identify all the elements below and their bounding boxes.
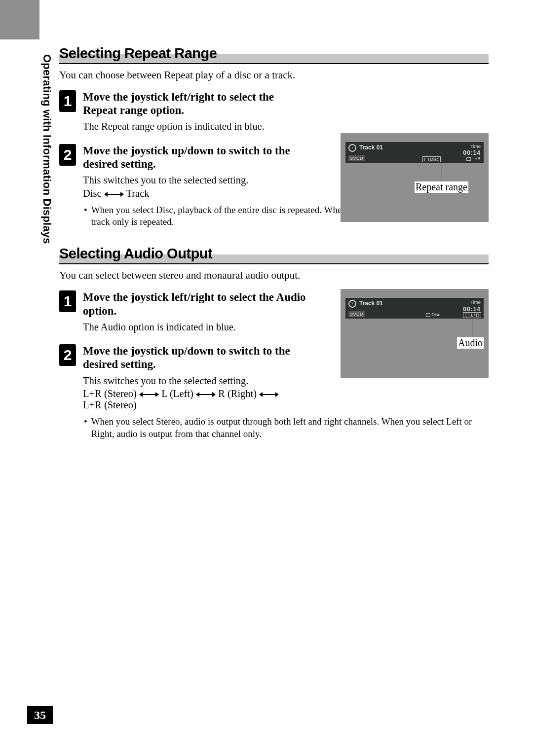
step-number: 1 [59, 290, 76, 312]
osd-track-name: Track 01 [359, 144, 383, 151]
section-heading-wrap: Selecting Audio Output [59, 246, 489, 264]
section-intro: You can select between stereo and monaur… [59, 269, 489, 282]
step-number: 2 [59, 344, 76, 366]
callout-label-audio: Audio [457, 337, 484, 349]
step-desc: This switches you to the selected settin… [83, 374, 310, 388]
repeat-icon [426, 313, 430, 317]
chapter-side-label: Operating with Information Displays [40, 54, 53, 244]
step-1: 1 Move the joystick left/right to select… [59, 90, 489, 133]
osd-time: Time00:14 [463, 144, 481, 157]
step-title: Move the joystick up/down to switch to t… [83, 344, 310, 371]
section-heading-audio: Selecting Audio Output [59, 246, 489, 264]
section-intro: You can choose between Repeat play of a … [59, 69, 489, 81]
step-desc: This switches you to the selected settin… [83, 174, 310, 187]
disc-icon [348, 144, 356, 152]
double-arrow-icon [259, 392, 279, 397]
page-number: 35 [27, 706, 53, 724]
osd-disc-type: SVCD [348, 155, 365, 161]
disc-icon [348, 300, 356, 308]
cycle-options: Disc Track [83, 188, 310, 199]
page-corner-tab [0, 0, 39, 39]
osd-time: Time00:14 [463, 299, 481, 313]
step-desc: The Repeat range option is indicated in … [83, 120, 310, 133]
osd-repeat-field: Disc [423, 157, 441, 162]
step-title: Move the joystick up/down to switch to t… [83, 144, 310, 171]
step-number: 1 [59, 90, 76, 112]
cycle-options: L+R (Stereo) L (Left) R (Right) L+R (Ste… [83, 388, 310, 411]
section-heading-wrap: Selecting Repeat Range [59, 45, 489, 64]
double-arrow-icon [104, 191, 124, 197]
double-arrow-icon [139, 392, 159, 397]
osd-bar: Track 01 SVCD Disc L+R Time00:14 [345, 142, 484, 163]
note-bullet: • When you select Stereo, audio is outpu… [59, 416, 489, 440]
section-heading-repeat: Selecting Repeat Range [59, 45, 489, 64]
step-number: 2 [59, 144, 76, 166]
callout-line [472, 318, 472, 337]
illustration-audio: Track 01 SVCD Disc L+R Time00:14 Audio [341, 289, 489, 378]
speaker-icon [465, 314, 469, 317]
repeat-icon [424, 158, 429, 161]
callout-line [442, 162, 442, 181]
step-title: Move the joystick left/right to select t… [83, 90, 310, 117]
step-desc: The Audio option is indicated in blue. [83, 321, 310, 334]
callout-label-repeat: Repeat range [415, 181, 468, 193]
illustration-repeat-range: Track 01 SVCD Disc L+R Time00:14 Repeat … [341, 133, 489, 222]
osd-bar: Track 01 SVCD Disc L+R Time00:14 [345, 298, 484, 319]
osd-repeat-field: Disc [426, 312, 441, 317]
osd-disc-type: SVCD [348, 311, 365, 317]
page-content: Selecting Repeat Range You can choose be… [59, 45, 489, 440]
osd-track-name: Track 01 [359, 300, 383, 307]
osd-audio-field: L+R [463, 313, 481, 318]
step-title: Move the joystick left/right to select t… [83, 290, 310, 317]
double-arrow-icon [196, 392, 216, 397]
speaker-icon [466, 157, 471, 161]
